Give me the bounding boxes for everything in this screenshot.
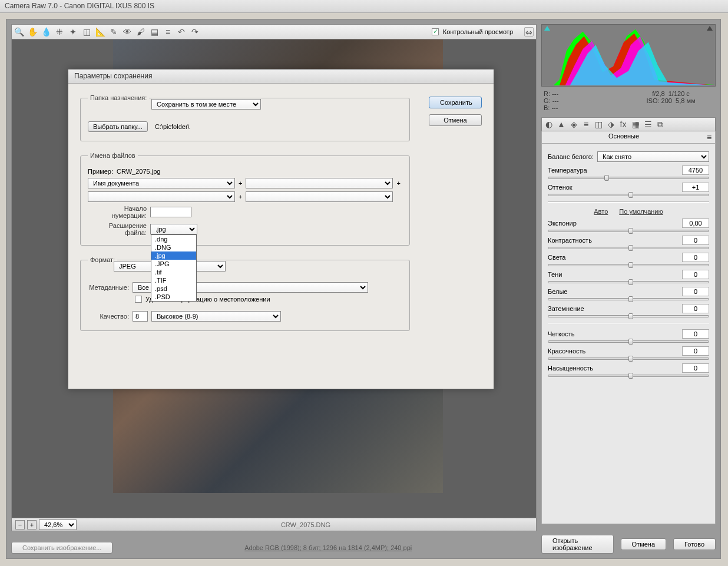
save-image-button[interactable]: Сохранить изображение...: [11, 542, 112, 554]
slider-Четкость[interactable]: Четкость0: [548, 329, 709, 343]
preview-checkbox[interactable]: ✓: [432, 28, 439, 35]
rotate-ccw-icon[interactable]: ↶: [177, 27, 186, 37]
hand-tool-icon[interactable]: ✋: [28, 27, 37, 37]
target-adjust-icon[interactable]: ✦: [68, 27, 78, 37]
slider-Насыщенность[interactable]: Насыщенность0: [548, 363, 709, 377]
redeye-icon[interactable]: 👁: [123, 27, 132, 37]
dialog-save-button[interactable]: Сохранить: [429, 97, 482, 108]
temp-value[interactable]: 4750: [682, 166, 709, 175]
quality-input[interactable]: [133, 311, 148, 322]
default-link[interactable]: По умолчанию: [619, 208, 663, 215]
ext-option[interactable]: .tif: [151, 268, 196, 276]
panel-menu-icon[interactable]: ≡: [704, 133, 714, 142]
ext-select[interactable]: .jpg: [150, 224, 197, 234]
dest-select[interactable]: Сохранить в том же месте: [151, 99, 261, 110]
tint-slider[interactable]: Оттенок+1: [548, 183, 709, 196]
ext-option[interactable]: .TIF: [151, 276, 196, 284]
cancel-button[interactable]: Отмена: [621, 538, 666, 550]
straighten-icon[interactable]: 📐: [95, 27, 105, 37]
folder-path: C:\picfolder\: [155, 123, 190, 130]
split-tab-icon[interactable]: ◫: [594, 120, 603, 129]
name-part-4[interactable]: [246, 191, 393, 202]
ext-option[interactable]: .PSD: [151, 293, 196, 301]
format-legend: Формат:: [88, 256, 117, 263]
slider-Контрастность[interactable]: Контрастность0: [548, 236, 709, 249]
quality-label: Качество:: [88, 313, 129, 320]
choose-folder-button[interactable]: Выбрать папку...: [88, 121, 148, 132]
zoom-select[interactable]: 42,6%: [39, 519, 77, 530]
temp-slider[interactable]: Температура4750: [548, 166, 709, 179]
name-part-2[interactable]: [246, 178, 393, 188]
prefs-icon[interactable]: ≡: [163, 27, 173, 37]
window-title: Camera Raw 7.0 - Canon DIGITAL IXUS 800 …: [0, 0, 728, 13]
open-image-button[interactable]: Открыть изображение: [541, 535, 614, 554]
color-sampler-icon[interactable]: ⁜: [55, 27, 64, 37]
rotate-cw-icon[interactable]: ↷: [190, 27, 200, 37]
example-value: CRW_2075.jpg: [117, 168, 160, 175]
r-val: R: ---: [544, 90, 628, 97]
slider-Экспонир[interactable]: Экспонир0,00: [548, 219, 709, 232]
presets-tab-icon[interactable]: ☰: [643, 120, 653, 129]
zoom-out-button[interactable]: −: [15, 520, 25, 529]
ext-dropdown-list[interactable]: .dng.DNG.jpg.JPG.tif.TIF.psd.PSD: [151, 234, 197, 302]
fx-tab-icon[interactable]: fx: [618, 120, 628, 129]
preview-label: Контрольный просмотр: [443, 28, 513, 35]
slider-Тени[interactable]: Тени0: [548, 270, 709, 283]
grad-filter-icon[interactable]: ▤: [150, 27, 159, 37]
zoom-tool-icon[interactable]: 🔍: [14, 27, 24, 37]
dialog-cancel-button[interactable]: Отмена: [429, 114, 482, 126]
wb-label: Баланс белого:: [548, 153, 594, 160]
tint-value[interactable]: +1: [682, 183, 709, 192]
basic-panel: Баланс белого: Как снято Температура4750…: [541, 144, 716, 524]
meta-label: Метаданные:: [88, 284, 129, 291]
highlight-clip-icon[interactable]: [707, 26, 713, 31]
detail-tab-icon[interactable]: ◈: [569, 120, 578, 129]
wb-eyedropper-icon[interactable]: 💧: [41, 27, 51, 37]
name-part-1[interactable]: Имя документа: [88, 178, 235, 188]
slider-Света[interactable]: Света0: [548, 253, 709, 266]
main-toolbar: 🔍 ✋ 💧 ⁜ ✦ ◫ 📐 ✎ 👁 🖌 ▤ ≡ ↶ ↷ ✓ Контрольны…: [11, 24, 537, 39]
hsl-tab-icon[interactable]: ≡: [581, 120, 591, 129]
quality-select[interactable]: Высокое (8-9): [151, 311, 281, 322]
calib-tab-icon[interactable]: ▦: [631, 120, 640, 129]
save-options-dialog: Параметры сохранения Сохранить Отмена Па…: [68, 69, 494, 389]
workflow-link[interactable]: Adobe RGB (1998); 8 бит; 1296 на 1814 (2…: [120, 544, 537, 551]
iso-val: ISO: 200: [646, 97, 671, 104]
plus-1: +: [239, 180, 242, 187]
ext-option[interactable]: .psd: [151, 284, 196, 293]
done-button[interactable]: Готово: [673, 538, 716, 550]
fullscreen-icon[interactable]: ⇔: [524, 27, 534, 37]
shutter-val: 1/120 с: [669, 90, 690, 97]
numstart-input[interactable]: [150, 207, 191, 217]
focal-val: 5,8 мм: [676, 97, 695, 104]
panel-header: Основные ≡: [541, 131, 716, 144]
lens-tab-icon[interactable]: ⬗: [606, 120, 616, 129]
b-val: B: ---: [544, 104, 628, 111]
slider-Красочность[interactable]: Красочность0: [548, 346, 709, 360]
ext-option[interactable]: .dng: [151, 235, 196, 243]
ext-label: Расширение файла:: [88, 222, 147, 236]
ext-option[interactable]: .DNG: [151, 243, 196, 251]
f-val: f/2,8: [652, 90, 664, 97]
adjust-brush-icon[interactable]: 🖌: [136, 27, 145, 37]
slider-Затемнение[interactable]: Затемнение0: [548, 304, 709, 317]
shadow-clip-icon[interactable]: [544, 26, 550, 31]
auto-link[interactable]: Авто: [594, 208, 608, 215]
ext-option[interactable]: .jpg: [151, 251, 196, 260]
info-readout: R: --- G: --- B: --- f/2,8 1/120 с ISO: …: [541, 87, 716, 115]
crop-tool-icon[interactable]: ◫: [82, 27, 91, 37]
ext-option[interactable]: .JPG: [151, 260, 196, 268]
name-part-3[interactable]: [88, 191, 235, 202]
basic-tab-icon[interactable]: ◐: [544, 120, 554, 129]
slider-Белые[interactable]: Белые0: [548, 287, 709, 300]
curve-tab-icon[interactable]: ▲: [557, 120, 566, 129]
spot-removal-icon[interactable]: ✎: [109, 27, 118, 37]
wb-select[interactable]: Как снято: [597, 151, 709, 162]
names-legend: Имена файлов: [88, 152, 138, 159]
histogram: [541, 24, 716, 87]
snapshots-tab-icon[interactable]: ⧉: [656, 120, 665, 129]
zoom-in-button[interactable]: +: [27, 520, 37, 529]
remove-loc-checkbox[interactable]: [135, 296, 142, 303]
histogram-svg: [542, 25, 715, 86]
tint-label: Оттенок: [548, 184, 573, 191]
